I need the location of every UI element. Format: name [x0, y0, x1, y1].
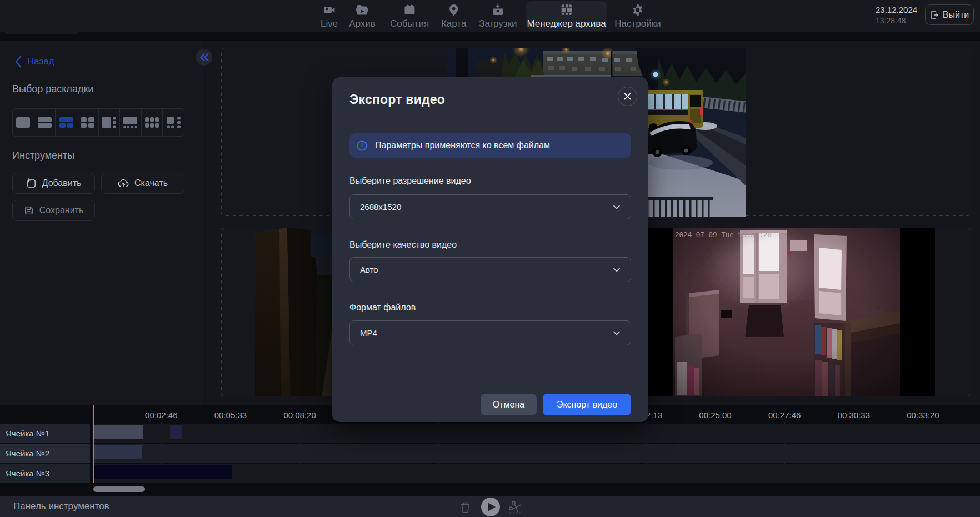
- svg-text:2024-07-09 Tue 15:59:20: 2024-07-09 Tue 15:59:20: [675, 232, 772, 239]
